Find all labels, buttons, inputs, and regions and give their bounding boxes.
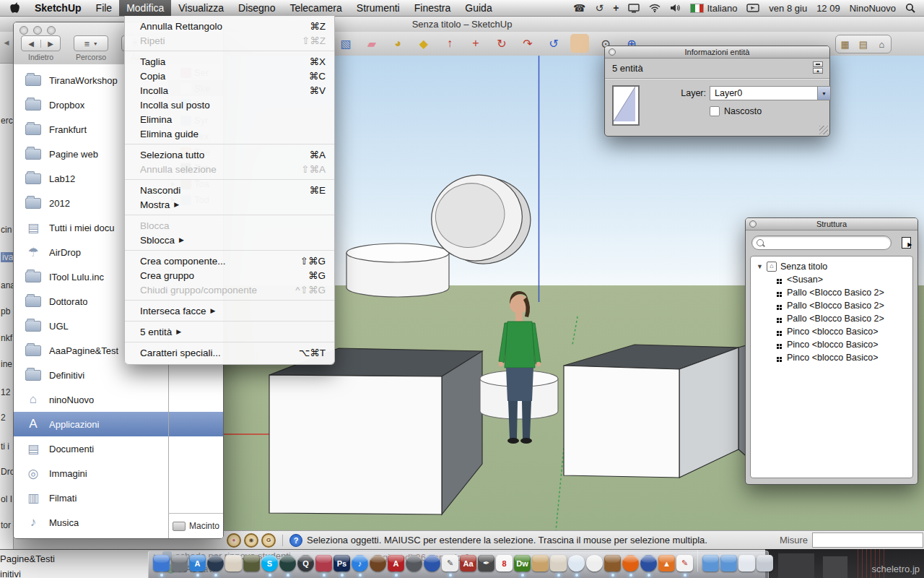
left-cylinder[interactable] xyxy=(346,243,449,297)
status-coin-3[interactable]: G xyxy=(261,533,276,548)
dock-firefox[interactable] xyxy=(622,555,639,571)
dock-safari-light[interactable] xyxy=(568,555,585,571)
dock-photoshop[interactable]: Ps xyxy=(334,555,350,571)
display-icon[interactable] xyxy=(628,4,640,13)
menu-bar-item[interactable]: Guida xyxy=(458,0,499,16)
palette-title-bar[interactable]: Informazioni entità xyxy=(605,46,829,59)
zoom-button[interactable] xyxy=(47,26,56,35)
spotlight-icon[interactable] xyxy=(905,3,915,13)
dock-photos-badge[interactable] xyxy=(550,555,567,571)
menu-item[interactable]: Sblocca ▶ xyxy=(125,233,334,247)
outliner-item[interactable]: Pinco <blocco Basico> xyxy=(751,338,912,351)
dock-trash[interactable] xyxy=(757,555,773,571)
search-input[interactable] xyxy=(767,237,891,249)
left-cube[interactable] xyxy=(269,348,482,514)
menu-bar-item[interactable]: File xyxy=(89,0,120,16)
menu-item[interactable]: Elimina guide xyxy=(125,126,334,141)
dock-quicktime[interactable]: Q xyxy=(297,555,314,571)
input-switcher-icon[interactable] xyxy=(746,4,759,12)
collapse-control[interactable]: ▲ xyxy=(813,61,823,74)
outliner-item[interactable]: Pallo <Blocco Basico 2> xyxy=(751,312,912,325)
dock-game-camo[interactable] xyxy=(243,555,260,571)
dock-ical[interactable]: 8 xyxy=(496,555,513,571)
dock-shared-folder[interactable] xyxy=(702,555,719,571)
menu-item[interactable]: Taglia ⌘X xyxy=(125,54,334,69)
dock-sketchup[interactable]: ✎ xyxy=(676,555,693,571)
close-icon[interactable] xyxy=(609,48,616,56)
crosshair-icon[interactable]: + xyxy=(613,2,619,14)
layer-dropdown[interactable]: Layer0 ▼ xyxy=(710,86,831,100)
menu-bar-item[interactable]: Strumenti xyxy=(349,0,407,16)
dock-finder[interactable] xyxy=(153,555,170,571)
minimize-button[interactable] xyxy=(33,26,42,35)
menu-item[interactable]: Interseca facce ▶ xyxy=(125,303,334,318)
iso-view[interactable]: ▦ xyxy=(837,37,853,51)
menu-item[interactable]: Nascondi ⌘E xyxy=(125,183,334,197)
menu-item[interactable]: Incolla ⌘V xyxy=(125,83,334,98)
menu-bar-item[interactable]: Visualizza xyxy=(171,0,231,16)
close-button[interactable] xyxy=(19,26,28,35)
push-pull-tool[interactable]: ↑ xyxy=(440,34,459,53)
outliner-item[interactable]: Pallo <Blocco Basico 2> xyxy=(751,299,912,312)
menu-item[interactable]: Elimina xyxy=(125,112,334,126)
user-menu[interactable]: NinoNuovo xyxy=(850,3,896,14)
move-tool[interactable]: + xyxy=(466,34,485,53)
help-icon[interactable]: ? xyxy=(289,534,302,547)
disclosure-triangle-icon[interactable]: ▼ xyxy=(757,263,763,270)
menu-item[interactable]: Annulla Rettangolo ⌘Z xyxy=(125,19,334,33)
menu-bar-item[interactable]: Finestra xyxy=(407,0,458,16)
volume-icon[interactable] xyxy=(670,4,681,12)
menu-item[interactable]: Crea componente... ⇧⌘G xyxy=(125,254,334,268)
paint-bucket-tool[interactable]: ◆ xyxy=(414,34,433,53)
pan-tool[interactable] xyxy=(570,34,589,53)
forward-icon[interactable]: ▶ xyxy=(40,40,60,48)
menu-bar-item[interactable]: Telecamera xyxy=(282,0,349,16)
chevron-down-icon[interactable]: ▼ xyxy=(817,87,830,100)
outliner-item[interactable]: Pallo <Blocco Basico 2> xyxy=(751,286,912,299)
measurements-input[interactable] xyxy=(812,532,923,548)
dock-separator[interactable] xyxy=(697,550,698,571)
menu-item[interactable]: Copia ⌘C xyxy=(125,69,334,83)
home-view[interactable]: ⌂ xyxy=(873,37,889,51)
dock-photos[interactable] xyxy=(225,555,242,571)
dock-time-machine[interactable] xyxy=(279,555,296,571)
language-menu[interactable]: Italiano xyxy=(690,3,737,14)
phone-icon[interactable]: ☎ xyxy=(573,2,585,14)
hidden-checkbox[interactable] xyxy=(710,106,720,116)
back-forward-buttons[interactable]: ◀▶ xyxy=(21,35,61,51)
dock-documents-stack[interactable] xyxy=(738,555,755,571)
eraser-tool[interactable]: ▰ xyxy=(362,34,381,53)
dock-dreamweaver[interactable]: Dw xyxy=(514,555,531,571)
menu-item[interactable]: Blocca xyxy=(125,218,334,233)
dock-vlc[interactable]: ▲ xyxy=(658,555,675,571)
menu-item[interactable]: Incolla sul posto xyxy=(125,98,334,112)
outliner-search-field[interactable] xyxy=(751,236,892,250)
outliner-item[interactable]: Pinco <blocco Basico> xyxy=(751,351,912,364)
tape-measure-tool[interactable]: ◕ xyxy=(388,34,407,53)
dock-app-store[interactable]: A xyxy=(189,555,206,571)
menu-item[interactable]: 5 entità ▶ xyxy=(125,324,334,339)
menu-item[interactable]: Crea gruppo ⌘G xyxy=(125,268,334,282)
outliner-item[interactable]: Pinco <blocco Basico> xyxy=(751,325,912,338)
dock-itunes[interactable]: ♪ xyxy=(352,555,368,571)
menu-bar-item[interactable]: Disegno xyxy=(231,0,282,16)
orbit-tool[interactable]: ↺ xyxy=(544,34,563,53)
dock-dvd-player[interactable] xyxy=(640,555,657,571)
expand-icon[interactable]: ▲ xyxy=(813,68,823,74)
dock-pages[interactable]: ✎ xyxy=(442,555,458,571)
back-icon[interactable]: ◀ xyxy=(22,40,40,48)
resize-grip[interactable] xyxy=(819,126,828,134)
front-view[interactable]: ▤ xyxy=(855,37,871,51)
dock-acrobat[interactable]: A xyxy=(388,555,404,571)
dock-box-tan[interactable] xyxy=(532,555,549,571)
details-button[interactable]: ▶ xyxy=(899,236,913,250)
outliner-root-row[interactable]: ▼ ⌂ Senza titolo xyxy=(751,260,912,273)
finder-path-bar[interactable]: Macinto xyxy=(168,513,223,538)
dock-garageband[interactable] xyxy=(370,555,386,571)
dock-dictionary[interactable]: Aa xyxy=(460,555,476,571)
menu-item[interactable]: Ripeti ⇧⌘Z xyxy=(125,33,334,48)
menu-bar-item[interactable]: SketchUp xyxy=(27,0,89,16)
close-icon[interactable] xyxy=(749,220,757,228)
menu-time[interactable]: 12 09 xyxy=(816,3,840,14)
dock-safari-dark[interactable] xyxy=(207,555,224,571)
